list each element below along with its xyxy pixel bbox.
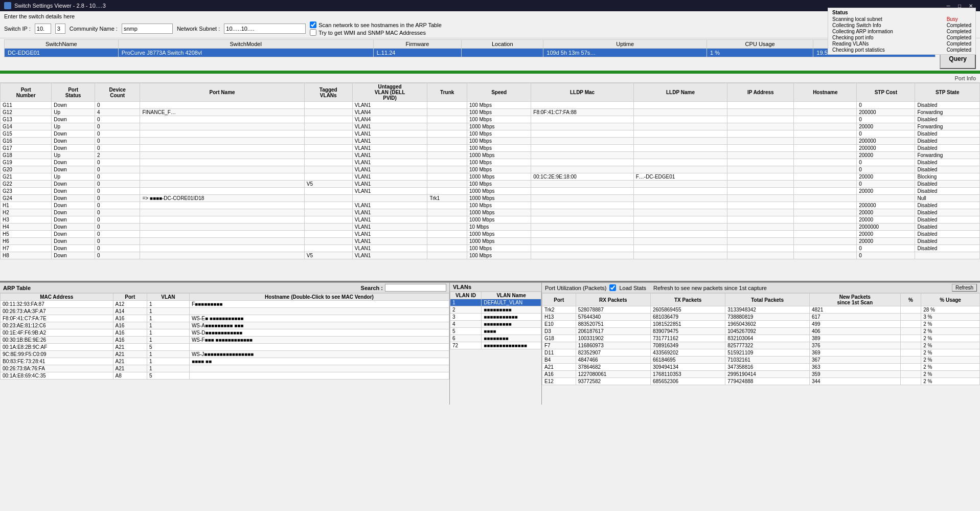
port-ip-cell	[727, 202, 794, 209]
port-number-cell: H2	[1, 209, 52, 216]
port-table-row[interactable]: G15 Down 0 VLAN1 100 Mbps 0 Disabled	[1, 130, 980, 138]
util-table-row[interactable]: Trk2 528078887 2605869455 3133948342 482…	[542, 306, 980, 314]
port-table-row[interactable]: G19 Down 0 VLAN1 100 Mbps 0 Disabled	[1, 159, 980, 166]
arp-table-row[interactable]: 9C:8E:99:F5:C0:09 A21 1 WS-J■■■■■■■■■■■■…	[1, 351, 449, 358]
vlan-table-row[interactable]: 5 ■■■■	[450, 328, 541, 335]
scan-network-checkbox[interactable]	[310, 21, 316, 28]
port-hostname-cell	[794, 188, 857, 195]
port-table-row[interactable]: G18 Up 2 VLAN1 1000 Mbps 20000 Forwardin…	[1, 152, 980, 159]
arp-table-row[interactable]: 00:26:73:AA:3F:A7 A14 1	[1, 308, 449, 315]
port-table-row[interactable]: G17 Down 0 VLAN1 100 Mbps 200000 Disable…	[1, 145, 980, 152]
port-stp-cost-cell: 20000	[857, 238, 915, 245]
port-count-cell: 0	[95, 209, 140, 216]
switch-ip-input1[interactable]	[35, 24, 51, 34]
switch-table-row[interactable]: DC-EDGE01 ProCurve J8773A Switch 4208vl …	[5, 49, 936, 57]
arp-table-row[interactable]: 00:30:1B:BE:9E:26 A16 1 WS-F■■■ ■■■■■■■■…	[1, 337, 449, 344]
arp-table-row[interactable]: 00:1A:E8:2B:9C:AF A21 5	[1, 344, 449, 351]
port-col-tagged: TaggedVLANs	[304, 83, 352, 102]
switch-table-wrapper: SwitchName SwitchModel Firmware Location…	[4, 39, 936, 57]
port-ip-cell	[727, 216, 794, 224]
port-table-row[interactable]: G13 Down 0 VLAN4 100 Mbps 0 Disabled	[1, 116, 980, 123]
search-input[interactable]	[385, 284, 446, 292]
port-tagged-cell	[304, 173, 352, 181]
util-col-pct: %	[900, 294, 921, 306]
arp-table-container[interactable]: MAC Address Port VLAN Hostname (Double-C…	[0, 293, 449, 405]
port-lldp-mac-cell	[531, 102, 633, 109]
port-table-row[interactable]: G21 Up 0 VLAN1 1000 Mbps 00:1C:2E:9E:18:…	[1, 173, 980, 181]
util-pct-cell	[900, 321, 921, 328]
arp-vlan-cell: 5	[147, 372, 189, 380]
port-table-container[interactable]: PortNumber PortStatus DeviceCount Port N…	[0, 82, 980, 282]
util-table-row[interactable]: E10 883520751 1081522851 1965043602 499 …	[542, 321, 980, 328]
util-table-row[interactable]: A21 37864682 309494134 347358816 363 2 %	[542, 364, 980, 371]
util-table-row[interactable]: A16 1227080061 1768110353 2995190414 359…	[542, 371, 980, 378]
arp-table-row[interactable]: 00:23:AE:81:12:C6 A16 1 WS-A■■■■■■■■■ ■■…	[1, 322, 449, 329]
network-subnet-input[interactable]	[224, 24, 306, 34]
vlan-table-row[interactable]: 4 ■■■■■■■■■	[450, 321, 541, 328]
util-table-row[interactable]: B4 4847466 66184695 71032161 367 2 %	[542, 357, 980, 364]
status-value-5: Completed	[947, 47, 971, 53]
arp-table-row[interactable]: 00:26:73:8A:76:FA A21 1	[1, 365, 449, 372]
port-table-row[interactable]: G14 Up 0 VLAN1 1000 Mbps 20000 Forwardin…	[1, 123, 980, 130]
arp-vlan-cell: 1	[147, 301, 189, 308]
refresh-button[interactable]: Refresh	[952, 284, 977, 292]
vlan-name-cell: DEFAULT_VLAN	[482, 299, 541, 306]
status-value-4: Completed	[947, 41, 971, 47]
port-lldp-name-cell	[633, 102, 727, 109]
port-table-row[interactable]: H3 Down 0 VLAN1 1000 Mbps 20000 Disabled	[1, 216, 980, 224]
arp-mac-cell: F8:0F:41:C7:FA:7E	[1, 315, 113, 322]
util-table-row[interactable]: G18 100331902 731771162 832103064 389 2 …	[542, 335, 980, 342]
util-new-cell: 363	[809, 364, 900, 371]
util-table-row[interactable]: D11 82352907 433569202 515921109 369 2 %	[542, 349, 980, 357]
port-table-row[interactable]: G24 Down 0 => ■■■■-DC-CORE01ID18 Trk1 10…	[1, 195, 980, 202]
arp-table-row[interactable]: 00:1E:4F:F6:9B:A2 A16 1 WS-D■■■■■■■■■■■■	[1, 329, 449, 337]
port-speed-cell: 100 Mbps	[467, 166, 531, 173]
port-table-row[interactable]: H4 Down 0 VLAN1 10 Mbps 2000000 Disabled	[1, 224, 980, 231]
port-table-row[interactable]: H5 Down 0 VLAN1 1000 Mbps 20000 Disabled	[1, 231, 980, 238]
arp-table-row[interactable]: B0:83:FE:73:28:41 A21 1 ■■■■ ■■	[1, 358, 449, 365]
util-col-total: Total Packets	[725, 294, 810, 306]
port-table-row[interactable]: G16 Down 0 VLAN1 100 Mbps 200000 Disable…	[1, 138, 980, 145]
arp-table-row[interactable]: 00:1A:E8:69:4C:35 A8 5	[1, 372, 449, 380]
port-table-row[interactable]: H8 Down 0 V5 VLAN1 100 Mbps 0	[1, 252, 980, 259]
port-status-cell: Up	[52, 123, 95, 130]
port-stp-cost-cell: 200000	[857, 138, 915, 145]
util-rx-cell: 93772582	[576, 378, 650, 385]
community-input[interactable]	[122, 24, 173, 34]
util-new-cell: 369	[809, 349, 900, 357]
port-stp-cost-cell: 20000	[857, 231, 915, 238]
vlan-table-row[interactable]: 1 DEFAULT_VLAN	[450, 299, 541, 306]
util-table-container[interactable]: Port RX Packets TX Packets Total Packets…	[542, 293, 980, 405]
util-table-row[interactable]: F7 116860973 708916349 825777322 376 2 %	[542, 342, 980, 349]
arp-table-row[interactable]: 00:11:32:93:FA:87 A12 1 F■■■■■■■■■	[1, 301, 449, 308]
arp-table-row[interactable]: F8:0F:41:C7:FA:7E A16 1 WS-E■ ■■■■■■■■■■…	[1, 315, 449, 322]
port-table-row[interactable]: G20 Down 0 VLAN1 100 Mbps 0 Disabled	[1, 166, 980, 173]
port-table-row[interactable]: H1 Down 0 VLAN1 100 Mbps 200000 Disabled	[1, 202, 980, 209]
vlan-table-row[interactable]: 72 ■■■■■■■■■■■■■■	[450, 342, 541, 349]
port-lldp-name-cell	[633, 202, 727, 209]
port-table-row[interactable]: H2 Down 0 VLAN1 1000 Mbps 20000 Disabled	[1, 209, 980, 216]
port-table-row[interactable]: G23 Down 0 VLAN1 1000 Mbps 20000 Disable…	[1, 188, 980, 195]
port-table-row[interactable]: G22 Down 0 V5 VLAN1 100 Mbps 0 Disabled	[1, 181, 980, 188]
util-table-row[interactable]: H13 57644340 681036479 738880819 617 3 %	[542, 314, 980, 321]
port-table-row[interactable]: H7 Down 0 VLAN1 100 Mbps 0 Disabled	[1, 245, 980, 252]
port-stp-state-cell: Disabled	[915, 166, 980, 173]
vlan-table-row[interactable]: 3 ■■■■■■■■■■■	[450, 314, 541, 321]
port-table-row[interactable]: G12 Up 4 FINANCE_F… VLAN4 100 Mbps F8:0F…	[1, 109, 980, 116]
vlan-table-container[interactable]: VLAN ID VLAN Name 1 DEFAULT_VLAN 2 ■■■■■…	[450, 292, 541, 405]
load-stats-checkbox[interactable]	[609, 284, 616, 291]
port-table-row[interactable]: H6 Down 0 VLAN1 1000 Mbps 20000 Disabled	[1, 238, 980, 245]
switch-model-cell: ProCurve J8773A Switch 4208vl	[118, 49, 373, 57]
port-stp-state-cell: Forwarding	[915, 109, 980, 116]
util-col-rx: RX Packets	[576, 294, 650, 306]
util-table-row[interactable]: D3 206187617 839079475 1045267092 406 2 …	[542, 328, 980, 335]
port-number-cell: G15	[1, 130, 52, 138]
try-wmi-checkbox[interactable]	[310, 29, 316, 36]
vlan-table-row[interactable]: 6 ■■■■■■■■	[450, 335, 541, 342]
switch-ip-input2[interactable]	[55, 24, 65, 34]
vlan-table-row[interactable]: 2 ■■■■■■■■■	[450, 306, 541, 314]
util-table-row[interactable]: E12 93772582 685652306 779424888 344 2 %	[542, 378, 980, 385]
util-usage-cell: 2 %	[921, 364, 980, 371]
port-hostname-cell	[794, 130, 857, 138]
port-table-row[interactable]: G11 Down 0 VLAN1 100 Mbps 0 Disabled	[1, 102, 980, 109]
